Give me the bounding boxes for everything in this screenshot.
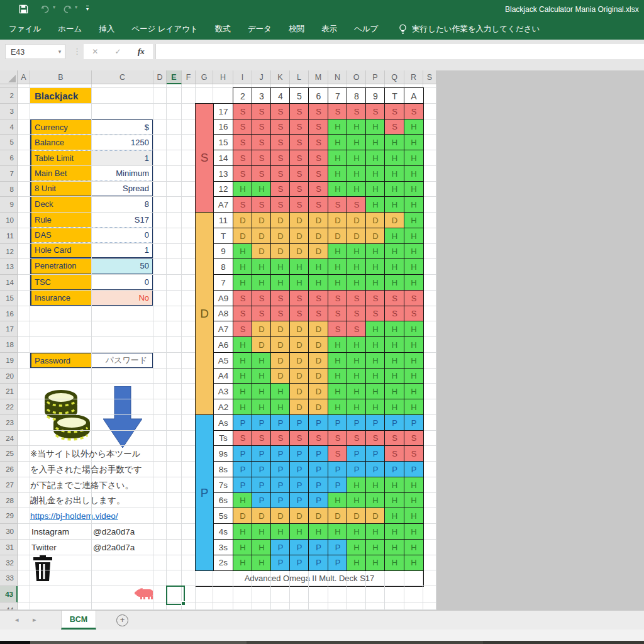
hand-label-As[interactable]: As	[213, 415, 233, 431]
contact-platform[interactable]: Twitter	[31, 540, 57, 555]
strategy-cell-A9-7[interactable]: S	[328, 291, 347, 306]
strategy-cell-15-2[interactable]: S	[233, 135, 252, 150]
strategy-cell-A2-8[interactable]: H	[347, 399, 366, 415]
column-header-R[interactable]: R	[404, 70, 423, 84]
strategy-cell-15-A[interactable]: H	[404, 135, 423, 150]
strategy-cell-A7-9[interactable]: H	[366, 321, 385, 337]
strategy-cell-12-T[interactable]: H	[385, 182, 404, 197]
row-header-16[interactable]: 16	[0, 306, 18, 322]
settings-label[interactable]: Balance	[31, 135, 92, 150]
strategy-cell-9-2[interactable]: H	[233, 244, 252, 260]
strategy-cell-4s-9[interactable]: H	[366, 524, 385, 540]
strategy-cell-13-9[interactable]: H	[366, 166, 385, 182]
strategy-cell-7s-2[interactable]: P	[233, 477, 252, 493]
strategy-cell-5s-3[interactable]: D	[252, 508, 271, 524]
strategy-cell-14-A[interactable]: H	[404, 150, 423, 166]
strategy-cell-17-7[interactable]: S	[328, 104, 347, 119]
column-header-M[interactable]: M	[309, 70, 328, 84]
strategy-cell-11-3[interactable]: D	[252, 213, 271, 228]
strategy-cell-A9-5[interactable]: S	[290, 291, 309, 306]
settings-value[interactable]: 0	[92, 275, 152, 289]
strategy-cell-13-6[interactable]: S	[309, 166, 328, 182]
strategy-cell-6s-T[interactable]: H	[385, 493, 404, 509]
strategy-cell-11-8[interactable]: D	[347, 213, 366, 228]
ribbon-tab-ページ レイアウト[interactable]: ページ レイアウト	[131, 24, 198, 35]
row-header-18[interactable]: 18	[0, 337, 18, 353]
strategy-cell-A4-7[interactable]: H	[328, 369, 347, 384]
strategy-cell-A6-2[interactable]: H	[233, 337, 252, 353]
strategy-cell-11-4[interactable]: D	[271, 213, 290, 228]
strategy-cell-Ts-7[interactable]: S	[328, 431, 347, 447]
strategy-cell-12-2[interactable]: H	[233, 182, 252, 197]
strategy-cell-11-7[interactable]: D	[328, 213, 347, 228]
hand-label-16[interactable]: 16	[213, 119, 233, 135]
strategy-cell-8-2[interactable]: H	[233, 259, 252, 275]
strategy-cell-7s-5[interactable]: P	[290, 477, 309, 493]
hand-label-12[interactable]: 12	[213, 182, 233, 197]
strategy-cell-4s-5[interactable]: H	[290, 524, 309, 540]
strategy-cell-4s-A[interactable]: H	[404, 524, 423, 540]
strategy-cell-A5-A[interactable]: H	[404, 353, 423, 369]
strategy-cell-16-9[interactable]: H	[366, 119, 385, 135]
hand-label-A2[interactable]: A2	[213, 399, 233, 415]
strategy-cell-15-T[interactable]: H	[385, 135, 404, 150]
row-header-19[interactable]: 19	[0, 353, 18, 369]
hand-label-A8[interactable]: A8	[213, 306, 233, 322]
settings-label[interactable]: TSC	[31, 275, 92, 289]
strategy-cell-3s-9[interactable]: H	[366, 540, 385, 555]
row-header-4[interactable]: 4	[0, 119, 18, 135]
strategy-cell-5s-6[interactable]: D	[309, 508, 328, 524]
row-header-30[interactable]: 30	[0, 524, 18, 540]
strategy-cell-Ts-9[interactable]: S	[366, 431, 385, 447]
dealer-card-header-3[interactable]: 3	[252, 88, 271, 104]
dealer-card-header-9[interactable]: 9	[366, 88, 385, 104]
strategy-cell-9-8[interactable]: H	[347, 244, 366, 260]
dealer-card-header-6[interactable]: 6	[309, 88, 328, 104]
strategy-cell-Ts-8[interactable]: S	[347, 431, 366, 447]
strategy-cell-17-5[interactable]: S	[290, 104, 309, 119]
strategy-cell-A4-9[interactable]: H	[366, 369, 385, 384]
strategy-cell-As-8[interactable]: P	[347, 415, 366, 431]
strategy-cell-5s-4[interactable]: D	[271, 508, 290, 524]
settings-value[interactable]: 8	[92, 197, 152, 211]
dealer-card-header-2[interactable]: 2	[233, 88, 252, 104]
strategy-cell-15-4[interactable]: S	[271, 135, 290, 150]
row-header-9[interactable]: 9	[0, 197, 18, 213]
column-header-H[interactable]: H	[213, 70, 233, 84]
strategy-cell-A4-A[interactable]: H	[404, 369, 423, 384]
settings-value[interactable]: No	[92, 291, 152, 305]
strategy-cell-As-3[interactable]: P	[252, 415, 271, 431]
strategy-cell-8s-3[interactable]: P	[252, 462, 271, 477]
row-header-15[interactable]: 15	[0, 291, 18, 306]
strategy-cell-A7-6[interactable]: D	[309, 321, 328, 337]
settings-value[interactable]: $	[92, 120, 152, 135]
section-label-S[interactable]: S	[196, 104, 213, 213]
strategy-cell-15-3[interactable]: S	[252, 135, 271, 150]
strategy-cell-7s-4[interactable]: P	[271, 477, 290, 493]
enter-icon[interactable]: ✓	[115, 47, 121, 56]
strategy-cell-T-2[interactable]: D	[233, 228, 252, 244]
strategy-cell-13-7[interactable]: H	[328, 166, 347, 182]
strategy-cell-7s-7[interactable]: P	[328, 477, 347, 493]
undo-dropdown-icon[interactable]: ▾	[53, 4, 55, 14]
strategy-cell-A8-2[interactable]: S	[233, 306, 252, 322]
strategy-cell-A9-3[interactable]: S	[252, 291, 271, 306]
dealer-card-header-5[interactable]: 5	[290, 88, 309, 104]
strategy-cell-9-6[interactable]: D	[309, 244, 328, 260]
strategy-cell-A7-7[interactable]: S	[328, 321, 347, 337]
strategy-cell-A2-6[interactable]: D	[309, 399, 328, 415]
row-header-3[interactable]: 3	[0, 104, 18, 119]
name-box-dropdown-icon[interactable]: ▾	[55, 44, 64, 59]
strategy-cell-8-5[interactable]: H	[290, 259, 309, 275]
strategy-cell-A4-5[interactable]: D	[290, 369, 309, 384]
strategy-cell-4s-8[interactable]: H	[347, 524, 366, 540]
strategy-cell-15-7[interactable]: H	[328, 135, 347, 150]
strategy-cell-A9-T[interactable]: S	[385, 291, 404, 306]
strategy-cell-4s-T[interactable]: H	[385, 524, 404, 540]
hand-label-11[interactable]: 11	[213, 213, 233, 228]
strategy-cell-A8-A[interactable]: S	[404, 306, 423, 322]
website-link[interactable]: https://bj-holdem.video/	[30, 508, 118, 524]
strategy-cell-12-3[interactable]: H	[252, 182, 271, 197]
row-header-25[interactable]: 25	[0, 446, 18, 462]
strategy-cell-A3-9[interactable]: H	[366, 384, 385, 399]
